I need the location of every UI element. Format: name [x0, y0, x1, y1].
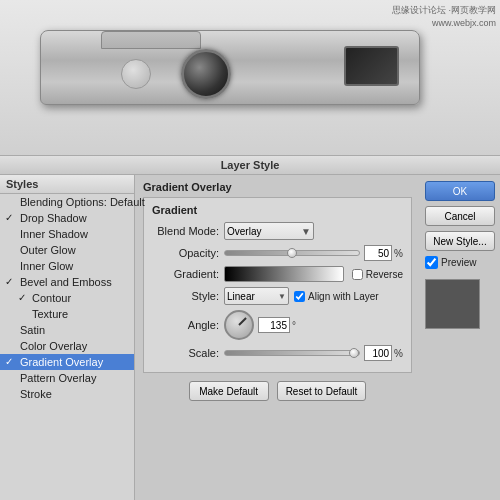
reverse-checkbox-label[interactable]: Reverse [352, 269, 403, 280]
dialog-title-bar: Layer Style [0, 155, 500, 175]
blend-mode-row: Blend Mode: Overlay ▼ [152, 222, 403, 240]
styles-panel: Styles Blending Options: DefaultDrop Sha… [0, 175, 135, 500]
gradient-bar[interactable] [224, 266, 344, 282]
style-item-gradient-overlay[interactable]: Gradient Overlay [0, 354, 134, 370]
camera-top-bump [101, 31, 201, 49]
style-label: Style: [152, 290, 224, 302]
style-item-stroke[interactable]: Stroke [0, 386, 134, 402]
cancel-button[interactable]: Cancel [425, 206, 495, 226]
opacity-unit: % [394, 248, 403, 259]
style-row: Style: Linear ▼ Align with Layer [152, 287, 403, 305]
style-item-blending-options[interactable]: Blending Options: Default [0, 194, 134, 210]
camera-small-circle [121, 59, 151, 89]
camera-lens [181, 49, 231, 99]
camera-viewfinder [344, 46, 399, 86]
opacity-input[interactable] [364, 245, 392, 261]
blend-mode-label: Blend Mode: [152, 225, 224, 237]
style-item-inner-shadow[interactable]: Inner Shadow [0, 226, 134, 242]
style-item-pattern-overlay[interactable]: Pattern Overlay [0, 370, 134, 386]
scale-row: Scale: % [152, 345, 403, 361]
dialog-body: Styles Blending Options: DefaultDrop Sha… [0, 175, 500, 500]
scale-slider-thumb[interactable] [349, 348, 359, 358]
styles-panel-title: Styles [0, 175, 134, 194]
angle-label: Angle: [152, 319, 224, 331]
style-item-inner-glow[interactable]: Inner Glow [0, 258, 134, 274]
reverse-checkbox[interactable] [352, 269, 363, 280]
scale-label: Scale: [152, 347, 224, 359]
scale-slider-container: % [224, 345, 403, 361]
angle-input[interactable] [258, 317, 290, 333]
camera-image [30, 20, 450, 130]
opacity-slider-container: % [224, 245, 403, 261]
make-default-button[interactable]: Make Default [189, 381, 269, 401]
blend-mode-arrow-icon: ▼ [301, 226, 311, 237]
opacity-slider-thumb[interactable] [287, 248, 297, 258]
opacity-row: Opacity: % [152, 245, 403, 261]
style-item-drop-shadow[interactable]: Drop Shadow [0, 210, 134, 226]
angle-unit: ° [292, 320, 296, 331]
blend-mode-select[interactable]: Overlay ▼ [224, 222, 314, 240]
scale-slider-track[interactable] [224, 350, 360, 356]
scale-input[interactable] [364, 345, 392, 361]
camera-preview-area: 思缘设计论坛 ·网页教学网 www.webjx.com [0, 0, 500, 155]
styles-list: Blending Options: DefaultDrop ShadowInne… [0, 194, 134, 402]
right-panel: OK Cancel New Style... Preview [420, 175, 500, 500]
style-item-texture[interactable]: Texture [0, 306, 134, 322]
style-select[interactable]: Linear ▼ [224, 287, 289, 305]
gradient-label: Gradient: [152, 268, 224, 280]
opacity-slider-track[interactable] [224, 250, 360, 256]
style-item-outer-glow[interactable]: Outer Glow [0, 242, 134, 258]
group-title: Gradient [152, 204, 403, 216]
gradient-group: Gradient Blend Mode: Overlay ▼ Opacity: … [143, 197, 412, 373]
camera-body [40, 30, 420, 105]
style-item-satin[interactable]: Satin [0, 322, 134, 338]
align-layer-checkbox[interactable] [294, 291, 305, 302]
style-item-bevel-emboss[interactable]: Bevel and Emboss [0, 274, 134, 290]
reset-to-default-button[interactable]: Reset to Default [277, 381, 367, 401]
opacity-label: Opacity: [152, 247, 224, 259]
scale-unit: % [394, 348, 403, 359]
button-row: Make Default Reset to Default [143, 381, 412, 401]
gradient-row: Gradient: Reverse [152, 266, 403, 282]
dialog-title: Layer Style [221, 159, 280, 171]
style-item-color-overlay[interactable]: Color Overlay [0, 338, 134, 354]
new-style-button[interactable]: New Style... [425, 231, 495, 251]
style-item-contour[interactable]: Contour [0, 290, 134, 306]
settings-panel: Gradient Overlay Gradient Blend Mode: Ov… [135, 175, 420, 500]
preview-checkbox[interactable] [425, 256, 438, 269]
ok-button[interactable]: OK [425, 181, 495, 201]
preview-swatch [425, 279, 480, 329]
angle-dial[interactable] [224, 310, 254, 340]
preview-label[interactable]: Preview [425, 256, 495, 269]
align-layer-label[interactable]: Align with Layer [294, 291, 379, 302]
angle-row: Angle: ° [152, 310, 403, 340]
section-title: Gradient Overlay [143, 181, 412, 193]
style-arrow-icon: ▼ [278, 292, 286, 301]
